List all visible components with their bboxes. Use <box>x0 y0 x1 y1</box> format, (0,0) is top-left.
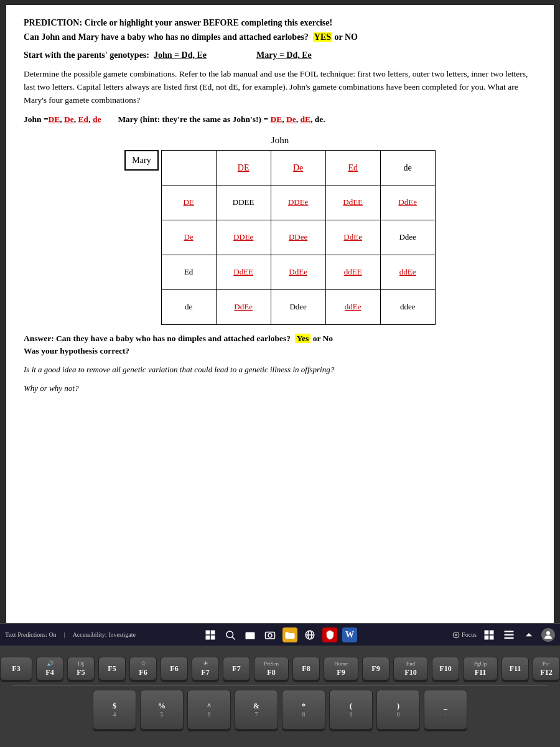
hypothesis-line: Was your hypothesis correct? <box>24 345 536 357</box>
key-f8[interactable]: F8 <box>292 657 320 680</box>
cell-1-0: DDEe <box>216 220 271 255</box>
cell-1-1: DDee <box>271 220 325 255</box>
key-pause[interactable]: D|| F5 <box>67 657 95 680</box>
key-6[interactable]: ^ 6 <box>187 690 231 730</box>
key-brightness-up[interactable]: ☀ F7 <box>192 657 219 680</box>
taskbar-left: Text Predictions: On | Accessibility: In… <box>5 631 141 638</box>
word-button[interactable]: W <box>342 627 357 642</box>
svg-rect-6 <box>246 632 255 639</box>
taskbar-right: Focus <box>419 627 555 642</box>
key-5[interactable]: % 5 <box>140 690 184 730</box>
answer-yes: Yes <box>295 334 311 343</box>
fn-key-row: F3 🔊 F4 D|| F5 F5 ☆ F6 F6 ☀ F7 F7 PrtScn <box>12 657 548 680</box>
punnett-section: John Mary DE De Ed de <box>24 133 536 325</box>
mary-label-container: Mary <box>124 150 158 173</box>
key-f7[interactable]: F7 <box>223 657 250 680</box>
keyboard-section: F3 🔊 F4 D|| F5 F5 ☆ F6 F6 ☀ F7 F7 PrtScn <box>0 646 560 747</box>
search-button[interactable] <box>223 627 238 642</box>
key-volume[interactable]: 🔊 F4 <box>36 657 63 680</box>
taskbar: Text Predictions: On | Accessibility: In… <box>0 623 560 646</box>
key-8[interactable]: * 8 <box>282 690 325 730</box>
key-f3[interactable]: F3 <box>0 657 32 680</box>
view-button[interactable] <box>482 627 497 642</box>
svg-rect-18 <box>505 631 514 632</box>
punnett-wrapper: Mary DE De Ed de DE DD <box>124 150 435 325</box>
prediction-text: Circle or highlight your answer BEFORE c… <box>82 18 332 27</box>
taskbar-center[interactable]: W <box>144 627 416 642</box>
svg-rect-2 <box>206 635 210 639</box>
key-prtscn[interactable]: PrtScn F8 <box>254 657 289 680</box>
cell-3-0: DdEe <box>216 289 271 324</box>
parents-label: Start with the parents' genotypes: John … <box>24 49 207 62</box>
chevron-up-icon[interactable] <box>521 627 536 642</box>
focus-button[interactable]: Focus <box>452 631 477 639</box>
parents-line: Start with the parents' genotypes: John … <box>24 49 536 62</box>
cell-1-2: DdEe <box>325 220 380 255</box>
prediction-line: PREDICTION: Circle or highlight your ans… <box>24 16 536 29</box>
svg-rect-1 <box>211 630 215 634</box>
key-7[interactable]: & 7 <box>235 690 278 730</box>
cell-0-0: DDEE <box>216 185 271 220</box>
list-button[interactable] <box>502 627 516 642</box>
svg-rect-0 <box>206 630 210 634</box>
key-f10[interactable]: F10 <box>432 657 459 680</box>
john-genotype: John = Dd, Ee <box>154 50 207 60</box>
svg-rect-3 <box>211 635 215 639</box>
key-minus[interactable]: _ - <box>424 690 467 730</box>
accessibility: Accessibility: Investigate <box>73 631 136 638</box>
num-key-row: $ 4 % 5 ^ 6 & 7 * 8 ( 9 ) 0 _ - <box>12 690 548 730</box>
key-brightness-down[interactable]: ☆ F6 <box>129 657 157 680</box>
key-0[interactable]: ) 0 <box>376 690 420 730</box>
mary-box: Mary <box>124 150 158 171</box>
key-4[interactable]: $ 4 <box>93 690 136 730</box>
table-row: de DdEe Ddee ddEe ddee <box>161 289 435 324</box>
cell-2-1: DdEe <box>271 255 325 289</box>
table-row: De DDEe DDee DdEe Ddee <box>161 220 435 255</box>
col-header-de: de <box>380 150 435 185</box>
table-row: Ed DdEE DdEe ddEE ddEe <box>161 255 435 289</box>
profile-button[interactable] <box>541 628 555 642</box>
svg-rect-16 <box>485 635 489 639</box>
gametes-john: John =DE, De, Ed, de <box>24 115 103 124</box>
browser-button[interactable] <box>302 627 317 642</box>
row-header-DE: DE <box>161 185 216 220</box>
italic-question-1: Is it a good idea to remove all genetic … <box>24 364 536 376</box>
question-text: Can John and Mary have a baby who has no… <box>24 32 309 42</box>
file-manager-button[interactable] <box>243 627 258 642</box>
col-header-De: De <box>271 150 325 185</box>
cell-3-1: Ddee <box>271 289 325 324</box>
or-no-text: or NO <box>335 32 358 42</box>
row-header-De: De <box>161 220 216 255</box>
key-pgup[interactable]: PgUp F11 <box>463 657 498 680</box>
svg-point-4 <box>226 631 233 638</box>
svg-rect-20 <box>505 637 514 638</box>
key-home[interactable]: Home F9 <box>324 657 358 680</box>
cell-2-0: DdEE <box>216 255 271 289</box>
key-f11[interactable]: F11 <box>502 657 529 680</box>
text-predictions: Text Predictions: On <box>5 631 57 638</box>
svg-point-13 <box>455 634 457 635</box>
cell-3-2: ddEe <box>325 289 380 324</box>
key-end[interactable]: End F10 <box>393 657 428 680</box>
key-f6[interactable]: F6 <box>161 657 188 680</box>
row-header-de: de <box>161 289 216 324</box>
svg-point-21 <box>546 631 550 635</box>
key-pgdn[interactable]: Po- F12 <box>533 657 560 680</box>
table-row: DE DDEE DDEe DdEE DdEe <box>161 185 435 220</box>
svg-rect-14 <box>485 630 489 634</box>
svg-point-8 <box>268 633 272 637</box>
body-text: Determine the possible gamete combinatio… <box>24 68 536 107</box>
cell-0-3: DdEe <box>380 185 435 220</box>
app-button[interactable] <box>322 627 337 642</box>
answer-label: Answer: Can they have a baby who has no … <box>24 334 291 343</box>
cell-3-3: ddee <box>380 289 435 324</box>
windows-start-button[interactable] <box>203 627 218 642</box>
camera-button[interactable] <box>263 627 278 642</box>
key-9[interactable]: ( 9 <box>329 690 373 730</box>
col-header-Ed: Ed <box>325 150 380 185</box>
cell-0-2: DdEE <box>325 185 380 220</box>
answer-line: Answer: Can they have a baby who has no … <box>24 332 536 345</box>
key-f5[interactable]: F5 <box>98 657 126 680</box>
folder-button[interactable] <box>282 627 297 642</box>
key-f9[interactable]: F9 <box>362 657 390 680</box>
